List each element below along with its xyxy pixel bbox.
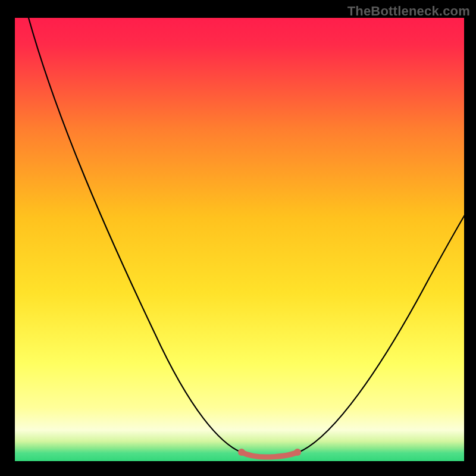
watermark-text: TheBottleneck.com bbox=[347, 4, 470, 19]
chart-svg bbox=[0, 0, 476, 476]
minimum-start-dot bbox=[238, 449, 245, 456]
chart-container: TheBottleneck.com bbox=[0, 0, 476, 476]
minimum-end-dot bbox=[294, 449, 301, 456]
plot-background bbox=[15, 18, 464, 461]
